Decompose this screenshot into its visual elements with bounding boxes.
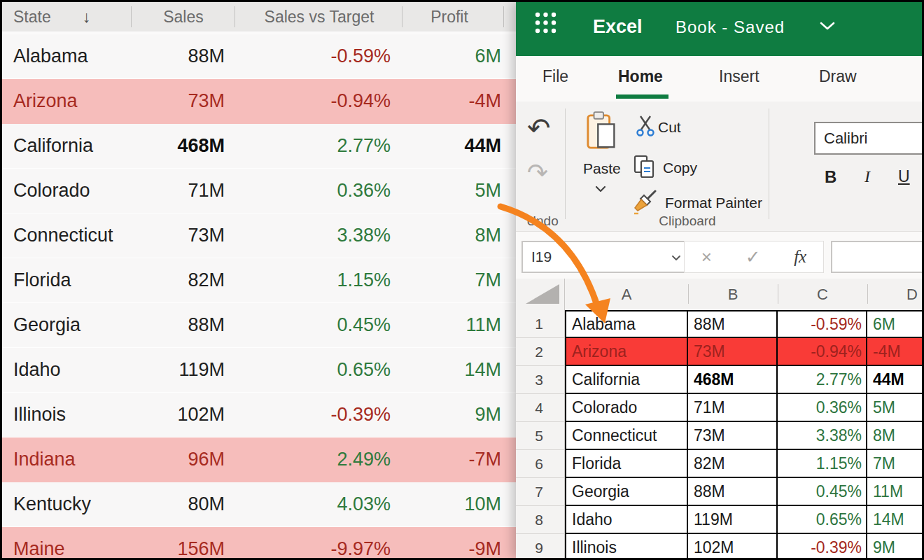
cell-sales: 82M <box>132 270 225 291</box>
column-header-state[interactable]: State <box>13 2 51 31</box>
grid-cell-A1[interactable]: Alabama <box>565 310 688 338</box>
grid-cell-A2[interactable]: Arizona <box>565 338 688 366</box>
spreadsheet-grid: 1Alabama88M-0.59%6M2Arizona73M-0.94%-4M3… <box>516 310 922 558</box>
formula-buttons: × ✓ fx <box>684 241 824 273</box>
redo-icon[interactable]: ↷ <box>527 160 548 186</box>
grid-cell-A3[interactable]: California <box>565 366 688 394</box>
grid-cell-D9[interactable]: 9M <box>867 534 922 558</box>
grid-cell-D2[interactable]: -4M <box>867 338 922 366</box>
sort-descending-icon[interactable]: ↓ <box>83 2 91 31</box>
header-divider <box>503 6 504 27</box>
name-box-chevron-down-icon[interactable] <box>671 255 681 261</box>
grid-cell-B9[interactable]: 102M <box>688 534 778 558</box>
tab-draw[interactable]: Draw <box>819 67 857 86</box>
enter-check-icon[interactable]: ✓ <box>746 246 761 268</box>
table-row: Florida82M1.15%7M <box>2 258 516 303</box>
title-chevron-down-icon[interactable] <box>819 21 836 31</box>
grid-cell-B7[interactable]: 88M <box>688 478 778 506</box>
grid-cell-A8[interactable]: Idaho <box>565 506 688 534</box>
header-divider <box>402 6 402 27</box>
grid-cell-B4[interactable]: 71M <box>688 394 778 422</box>
grid-cell-A7[interactable]: Georgia <box>565 478 688 506</box>
name-box[interactable]: I19 <box>522 241 690 273</box>
underline-button[interactable]: U <box>898 167 910 186</box>
font-name-combobox[interactable]: Calibri <box>814 122 922 155</box>
grid-cell-D8[interactable]: 14M <box>867 506 922 534</box>
grid-cell-D1[interactable]: 6M <box>867 310 922 338</box>
copy-button-label[interactable]: Copy <box>663 160 697 176</box>
grid-cell-B8[interactable]: 119M <box>688 506 778 534</box>
formula-input[interactable] <box>831 241 922 273</box>
grid-cell-C4[interactable]: 0.36% <box>778 394 867 422</box>
grid-cell-B2[interactable]: 73M <box>688 338 778 366</box>
grid-cell-D4[interactable]: 5M <box>867 394 922 422</box>
format-painter-brush-icon[interactable] <box>632 190 660 216</box>
column-header-d[interactable]: D <box>867 279 922 310</box>
cell-target: 2.49% <box>225 449 391 470</box>
cell-profit: -4M <box>391 90 501 112</box>
cell-profit: 9M <box>391 404 501 426</box>
table-row: Alabama88M-0.59%6M <box>2 34 516 79</box>
column-header-b[interactable]: B <box>688 279 778 310</box>
grid-cell-D6[interactable]: 7M <box>867 450 922 478</box>
cut-button-label[interactable]: Cut <box>658 119 681 136</box>
row-header[interactable]: 3 <box>516 366 565 394</box>
cell-target: 0.45% <box>225 314 391 336</box>
grid-cell-D7[interactable]: 11M <box>867 478 922 506</box>
row-header[interactable]: 7 <box>516 478 565 506</box>
tab-file[interactable]: File <box>542 67 568 86</box>
select-all-corner[interactable] <box>516 279 565 310</box>
grid-cell-B1[interactable]: 88M <box>688 310 778 338</box>
table-row: Idaho119M0.65%14M <box>2 348 516 393</box>
insert-function-fx-icon[interactable]: fx <box>794 247 806 267</box>
row-header[interactable]: 8 <box>516 506 565 534</box>
row-header[interactable]: 5 <box>516 422 565 450</box>
app-launcher-waffle-icon[interactable] <box>534 11 557 34</box>
row-header[interactable]: 4 <box>516 394 565 422</box>
excel-titlebar: Excel Book - Saved <box>516 2 922 56</box>
grid-cell-B5[interactable]: 73M <box>688 422 778 450</box>
grid-cell-C3[interactable]: 2.77% <box>778 366 867 394</box>
column-header-profit[interactable]: Profit <box>403 2 496 31</box>
undo-icon[interactable]: ↶ <box>527 114 551 142</box>
row-header[interactable]: 6 <box>516 450 565 478</box>
grid-cell-B6[interactable]: 82M <box>688 450 778 478</box>
cell-state: Alabama <box>2 46 132 67</box>
format-painter-button-label[interactable]: Format Painter <box>665 195 762 211</box>
copy-pages-icon[interactable] <box>634 155 657 180</box>
italic-button[interactable]: I <box>864 167 870 186</box>
paste-button-label[interactable]: Paste <box>583 160 621 177</box>
bold-button[interactable]: B <box>825 167 836 187</box>
grid-cell-C5[interactable]: 3.38% <box>778 422 867 450</box>
grid-cell-C2[interactable]: -0.94% <box>778 338 867 366</box>
grid-cell-C1[interactable]: -0.59% <box>778 310 867 338</box>
grid-cell-D5[interactable]: 8M <box>867 422 922 450</box>
grid-cell-A9[interactable]: Illinois <box>565 534 688 558</box>
table-row: Illinois102M-0.39%9M <box>2 393 516 438</box>
document-title[interactable]: Book - Saved <box>676 18 785 37</box>
grid-cell-C9[interactable]: -0.39% <box>778 534 867 558</box>
column-header-sales[interactable]: Sales <box>132 2 235 31</box>
tab-insert[interactable]: Insert <box>719 67 760 86</box>
grid-cell-D3[interactable]: 44M <box>867 366 922 394</box>
grid-cell-A6[interactable]: Florida <box>565 450 688 478</box>
grid-cell-A5[interactable]: Connecticut <box>565 422 688 450</box>
paste-chevron-down-icon[interactable] <box>595 186 606 192</box>
row-header[interactable]: 9 <box>516 534 565 558</box>
grid-cell-B3[interactable]: 468M <box>688 366 778 394</box>
cancel-icon[interactable]: × <box>701 246 712 268</box>
cell-sales: 468M <box>132 135 225 157</box>
grid-cell-C8[interactable]: 0.65% <box>778 506 867 534</box>
column-header-c[interactable]: C <box>778 279 867 310</box>
row-header[interactable]: 1 <box>516 310 565 338</box>
row-header[interactable]: 2 <box>516 338 565 366</box>
grid-row: 8Idaho119M0.65%14M <box>516 506 922 534</box>
grid-cell-C7[interactable]: 0.45% <box>778 478 867 506</box>
tab-home[interactable]: Home <box>618 67 663 86</box>
paste-clipboard-icon[interactable] <box>586 111 621 153</box>
column-header-a[interactable]: A <box>565 279 688 310</box>
grid-cell-A4[interactable]: Colorado <box>565 394 688 422</box>
column-header-sales-vs-target[interactable]: Sales vs Target <box>235 2 403 31</box>
grid-cell-C6[interactable]: 1.15% <box>778 450 867 478</box>
cut-scissors-icon[interactable] <box>636 115 655 137</box>
